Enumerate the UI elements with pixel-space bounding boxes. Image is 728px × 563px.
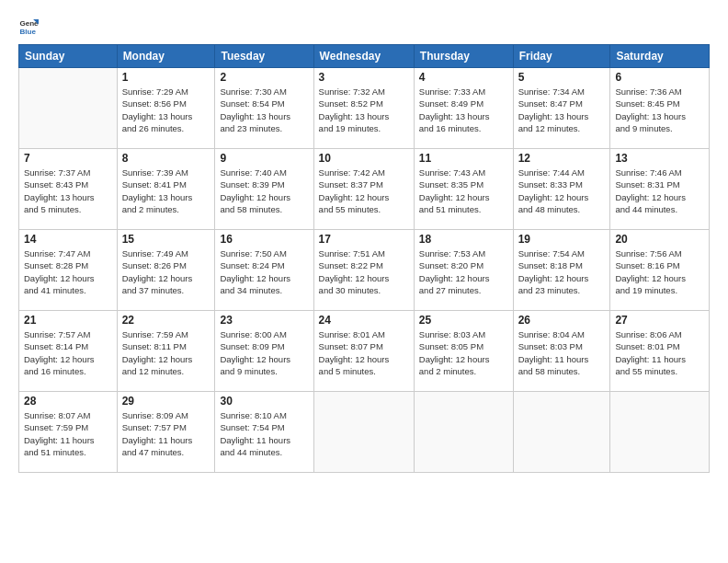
weekday-header-wednesday: Wednesday [313,45,414,68]
calendar-cell: 26Sunrise: 8:04 AM Sunset: 8:03 PM Dayli… [513,311,610,392]
day-number: 29 [122,395,210,408]
day-number: 11 [419,152,508,165]
day-number: 15 [122,233,210,246]
day-number: 9 [220,152,308,165]
day-info: Sunrise: 7:37 AM Sunset: 8:43 PM Dayligh… [24,167,112,215]
calendar-week-row: 7Sunrise: 7:37 AM Sunset: 8:43 PM Daylig… [19,149,710,230]
calendar-week-row: 21Sunrise: 7:57 AM Sunset: 8:14 PM Dayli… [19,311,710,392]
day-info: Sunrise: 7:44 AM Sunset: 8:33 PM Dayligh… [518,167,606,215]
calendar-cell: 10Sunrise: 7:42 AM Sunset: 8:37 PM Dayli… [313,149,414,230]
day-number: 10 [319,152,409,165]
day-info: Sunrise: 7:53 AM Sunset: 8:20 PM Dayligh… [419,247,508,296]
day-number: 6 [615,71,704,84]
calendar-cell: 21Sunrise: 7:57 AM Sunset: 8:14 PM Dayli… [19,311,118,392]
day-info: Sunrise: 7:50 AM Sunset: 8:24 PM Dayligh… [220,247,308,296]
day-info: Sunrise: 7:43 AM Sunset: 8:35 PM Dayligh… [419,167,508,215]
calendar-cell: 17Sunrise: 7:51 AM Sunset: 8:22 PM Dayli… [313,230,414,311]
day-info: Sunrise: 8:10 AM Sunset: 7:54 PM Dayligh… [220,409,308,458]
day-info: Sunrise: 7:40 AM Sunset: 8:39 PM Dayligh… [220,167,308,215]
day-info: Sunrise: 8:00 AM Sunset: 8:09 PM Dayligh… [220,328,308,377]
day-number: 2 [220,71,308,84]
weekday-header-saturday: Saturday [610,45,710,68]
day-number: 25 [419,314,508,327]
day-number: 8 [122,152,210,165]
day-info: Sunrise: 7:47 AM Sunset: 8:28 PM Dayligh… [24,247,112,296]
day-info: Sunrise: 8:07 AM Sunset: 7:59 PM Dayligh… [24,409,112,458]
calendar-cell: 25Sunrise: 8:03 AM Sunset: 8:05 PM Dayli… [414,311,513,392]
day-info: Sunrise: 7:57 AM Sunset: 8:14 PM Dayligh… [24,328,112,377]
calendar-cell: 30Sunrise: 8:10 AM Sunset: 7:54 PM Dayli… [215,392,313,473]
day-info: Sunrise: 8:04 AM Sunset: 8:03 PM Dayligh… [518,328,606,377]
calendar-week-row: 14Sunrise: 7:47 AM Sunset: 8:28 PM Dayli… [19,230,710,311]
calendar-cell: 24Sunrise: 8:01 AM Sunset: 8:07 PM Dayli… [313,311,414,392]
calendar-cell: 6Sunrise: 7:36 AM Sunset: 8:45 PM Daylig… [610,68,710,149]
weekday-header-thursday: Thursday [414,45,513,68]
weekday-header-sunday: Sunday [19,45,118,68]
calendar-cell: 20Sunrise: 7:56 AM Sunset: 8:16 PM Dayli… [610,230,710,311]
day-info: Sunrise: 7:51 AM Sunset: 8:22 PM Dayligh… [319,247,409,296]
calendar-cell [19,68,118,149]
day-number: 13 [615,152,704,165]
day-number: 1 [122,71,210,84]
calendar-table: SundayMondayTuesdayWednesdayThursdayFrid… [18,44,710,473]
calendar-cell: 29Sunrise: 8:09 AM Sunset: 7:57 PM Dayli… [117,392,215,473]
day-number: 27 [615,314,704,327]
day-info: Sunrise: 7:59 AM Sunset: 8:11 PM Dayligh… [122,328,210,377]
day-info: Sunrise: 7:39 AM Sunset: 8:41 PM Dayligh… [122,167,210,215]
day-info: Sunrise: 8:06 AM Sunset: 8:01 PM Dayligh… [615,328,704,377]
calendar-cell: 11Sunrise: 7:43 AM Sunset: 8:35 PM Dayli… [414,149,513,230]
day-number: 4 [419,71,508,84]
calendar-cell: 7Sunrise: 7:37 AM Sunset: 8:43 PM Daylig… [19,149,118,230]
day-number: 26 [518,314,606,327]
calendar-cell: 13Sunrise: 7:46 AM Sunset: 8:31 PM Dayli… [610,149,710,230]
calendar-cell: 5Sunrise: 7:34 AM Sunset: 8:47 PM Daylig… [513,68,610,149]
day-info: Sunrise: 7:42 AM Sunset: 8:37 PM Dayligh… [319,167,409,215]
day-info: Sunrise: 7:56 AM Sunset: 8:16 PM Dayligh… [615,247,704,296]
day-info: Sunrise: 7:30 AM Sunset: 8:54 PM Dayligh… [220,86,308,134]
day-number: 3 [319,71,409,84]
calendar-cell: 27Sunrise: 8:06 AM Sunset: 8:01 PM Dayli… [610,311,710,392]
day-number: 19 [518,233,606,246]
calendar-cell: 18Sunrise: 7:53 AM Sunset: 8:20 PM Dayli… [414,230,513,311]
calendar-cell [313,392,414,473]
calendar-cell: 16Sunrise: 7:50 AM Sunset: 8:24 PM Dayli… [215,230,313,311]
day-number: 12 [518,152,606,165]
day-info: Sunrise: 8:03 AM Sunset: 8:05 PM Dayligh… [419,328,508,377]
calendar-cell: 12Sunrise: 7:44 AM Sunset: 8:33 PM Dayli… [513,149,610,230]
calendar-cell: 3Sunrise: 7:32 AM Sunset: 8:52 PM Daylig… [313,68,414,149]
weekday-header-friday: Friday [513,45,610,68]
day-number: 18 [419,233,508,246]
day-number: 14 [24,233,112,246]
calendar-week-row: 28Sunrise: 8:07 AM Sunset: 7:59 PM Dayli… [19,392,710,473]
calendar-cell: 1Sunrise: 7:29 AM Sunset: 8:56 PM Daylig… [117,68,215,149]
day-info: Sunrise: 8:01 AM Sunset: 8:07 PM Dayligh… [319,328,409,377]
logo-icon: General Blue [18,17,39,37]
calendar-cell: 23Sunrise: 8:00 AM Sunset: 8:09 PM Dayli… [215,311,313,392]
day-number: 7 [24,152,112,165]
calendar-cell: 15Sunrise: 7:49 AM Sunset: 8:26 PM Dayli… [117,230,215,311]
calendar-cell: 8Sunrise: 7:39 AM Sunset: 8:41 PM Daylig… [117,149,215,230]
day-info: Sunrise: 7:29 AM Sunset: 8:56 PM Dayligh… [122,86,210,134]
header: General Blue [18,17,710,37]
calendar-cell: 2Sunrise: 7:30 AM Sunset: 8:54 PM Daylig… [215,68,313,149]
day-info: Sunrise: 7:34 AM Sunset: 8:47 PM Dayligh… [518,86,606,134]
day-number: 20 [615,233,704,246]
day-number: 30 [220,395,308,408]
calendar-cell: 19Sunrise: 7:54 AM Sunset: 8:18 PM Dayli… [513,230,610,311]
day-info: Sunrise: 7:33 AM Sunset: 8:49 PM Dayligh… [419,86,508,134]
weekday-header-row: SundayMondayTuesdayWednesdayThursdayFrid… [19,45,710,68]
day-info: Sunrise: 8:09 AM Sunset: 7:57 PM Dayligh… [122,409,210,458]
day-info: Sunrise: 7:54 AM Sunset: 8:18 PM Dayligh… [518,247,606,296]
logo: General Blue [18,17,42,37]
day-number: 28 [24,395,112,408]
day-info: Sunrise: 7:36 AM Sunset: 8:45 PM Dayligh… [615,86,704,134]
svg-text:Blue: Blue [19,28,36,36]
day-number: 24 [319,314,409,327]
calendar-cell [414,392,513,473]
calendar-cell: 28Sunrise: 8:07 AM Sunset: 7:59 PM Dayli… [19,392,118,473]
calendar-cell: 22Sunrise: 7:59 AM Sunset: 8:11 PM Dayli… [117,311,215,392]
day-number: 22 [122,314,210,327]
day-number: 17 [319,233,409,246]
calendar-cell [610,392,710,473]
calendar-cell: 9Sunrise: 7:40 AM Sunset: 8:39 PM Daylig… [215,149,313,230]
